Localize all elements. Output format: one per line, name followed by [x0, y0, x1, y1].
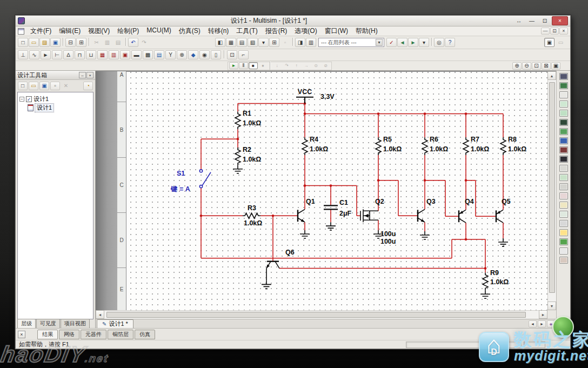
grapher-dropdown-icon[interactable]: ▾ [258, 38, 269, 47]
resistor-r4[interactable]: R4 1.0kΩ [302, 136, 328, 155]
mixed-group-icon[interactable]: ▥ [109, 50, 119, 59]
menu-item-6[interactable]: 转移(n) [204, 26, 233, 36]
spreadsheet-tab-0[interactable]: 结果 [37, 330, 58, 339]
function-generator-icon[interactable] [559, 82, 568, 89]
paste-icon[interactable]: ▤ [113, 38, 123, 47]
spectrum-analyzer-icon[interactable] [559, 183, 568, 190]
open-design-icon[interactable]: ▭ [29, 82, 38, 90]
spreadsheet-tab-1[interactable]: 网络 [59, 330, 79, 339]
toggle-spreadsheet-view-icon[interactable]: ▦ [226, 38, 236, 47]
menu-item-5[interactable]: 仿真(S) [175, 26, 204, 36]
vertical-scroll-thumb[interactable] [549, 82, 555, 293]
split-view-toggle-icon[interactable]: ▭ [556, 38, 566, 47]
postprocessor-icon[interactable]: ⊞ [269, 38, 279, 47]
spreadsheet-tab-2[interactable]: 元器件 [81, 330, 106, 339]
design-toolbox-header[interactable]: 设计工具箱 –× [16, 71, 95, 80]
connector-group-icon[interactable]: ◉ [199, 50, 210, 59]
schematic-canvas[interactable]: ABCDE [96, 71, 556, 319]
bode-plotter-icon[interactable] [559, 119, 568, 126]
resistor-r3[interactable]: R3 1.0kΩ [243, 204, 262, 227]
vertical-scrollbar[interactable]: ▲ ▼ [547, 71, 556, 310]
zoom-area-icon[interactable]: ⊡ [532, 62, 541, 70]
recent-clock-icon[interactable]: ◔ [83, 82, 93, 90]
delete-design-icon[interactable]: ✕ [61, 82, 71, 90]
mdi-close-icon[interactable]: × [559, 28, 568, 35]
schematic-view-toggle-icon[interactable]: ▣ [544, 38, 554, 47]
step-out-icon[interactable]: ↑ [292, 62, 301, 69]
switch-s1[interactable]: S1 键 = A [170, 170, 211, 193]
toolbox-tab-2[interactable]: 项目视图 [61, 319, 90, 328]
iv-analyzer-icon[interactable] [559, 165, 568, 172]
scroll-down-button[interactable]: ▼ [547, 302, 556, 310]
cut-icon[interactable]: ✂ [91, 38, 102, 47]
distortion-analyzer-icon[interactable] [559, 174, 568, 181]
rf-group-icon[interactable]: Y [165, 50, 176, 59]
transistor-q6[interactable]: Q6 [266, 249, 295, 281]
mdi-minimize-icon[interactable]: — [541, 28, 550, 35]
tree-checkbox-icon[interactable]: ✓ [26, 96, 32, 102]
print-icon[interactable]: ⊟ [65, 38, 76, 47]
copy-icon[interactable]: ▥ [102, 38, 112, 47]
annotate-dropdown-icon[interactable]: ▾ [419, 38, 429, 47]
misc-digital-group-icon[interactable]: ▦ [97, 50, 108, 59]
resistor-r7[interactable]: R7 1.0kΩ [463, 136, 489, 155]
source-group-icon[interactable]: ⊥ [18, 50, 28, 59]
chevron-down-icon[interactable]: ▾ [376, 39, 383, 46]
undo-icon[interactable]: ↶ [128, 38, 138, 47]
window-restore-icon[interactable]: ⊡ [539, 16, 551, 25]
close-design-icon[interactable]: ▫ [50, 82, 60, 90]
resistor-r6[interactable]: R6 1.0kΩ [422, 136, 448, 155]
tab-scroll-left-icon[interactable]: ◄ [529, 320, 537, 327]
menu-item-2[interactable]: 视图(V) [84, 26, 113, 36]
transistor-group-icon[interactable]: ⊢ [52, 50, 62, 59]
wires[interactable] [200, 102, 503, 272]
erc-check-icon[interactable]: ✓ [386, 38, 397, 47]
tree-expander-icon[interactable]: − [19, 97, 24, 102]
hierarchical-block-icon[interactable]: ⊡ [227, 50, 237, 59]
power-group-icon[interactable]: ▬ [131, 50, 142, 59]
zoom-fit-icon[interactable]: ⊠ [542, 62, 551, 70]
horizontal-scroll-thumb[interactable] [106, 312, 526, 318]
save-design-icon[interactable]: ▣ [39, 82, 49, 90]
menu-item-1[interactable]: 编辑(E) [55, 26, 84, 36]
analog-group-icon[interactable]: ∆ [63, 50, 74, 59]
agilent-function-generator-icon[interactable] [559, 202, 568, 209]
menu-item-8[interactable]: 报告(R) [262, 26, 291, 36]
spreadsheet-tab-4[interactable]: 仿真 [135, 330, 155, 339]
sheet-tab-design1[interactable]: ✎ 设计1 * [97, 319, 133, 328]
transistor-q4[interactable]: Q4 [459, 198, 474, 223]
ni-elvismx-icon[interactable] [559, 247, 568, 255]
labview-instrument-icon[interactable] [559, 238, 568, 245]
resistor-r1[interactable]: R1 1.0kΩ [235, 110, 261, 129]
menu-item-11[interactable]: 帮助(H) [352, 26, 382, 36]
redo-icon[interactable]: ↷ [139, 38, 149, 47]
new-design-icon[interactable]: □ [18, 82, 28, 90]
find-icon[interactable]: ◎ [434, 38, 444, 47]
help-icon[interactable]: ? [445, 38, 455, 47]
frequency-counter-icon[interactable] [559, 128, 568, 135]
symbol-editor-icon[interactable]: ◨ [295, 38, 305, 47]
transistor-q3[interactable]: Q3 [418, 198, 436, 222]
transistor-q1[interactable]: Q1 [298, 198, 315, 222]
power-vcc[interactable]: VCC 3.3V [296, 88, 335, 104]
oscilloscope-icon[interactable] [559, 101, 568, 108]
wattmeter-icon[interactable] [559, 91, 568, 98]
save-icon[interactable]: ▣ [50, 38, 61, 47]
logic-converter-icon[interactable] [559, 156, 568, 163]
menu-item-4[interactable]: MCU(M) [143, 26, 175, 36]
basic-group-icon[interactable]: ∿ [29, 50, 39, 59]
window-resize-icon[interactable]: ↔ [513, 16, 525, 25]
misc-group-icon[interactable]: ▩ [143, 50, 153, 59]
resistor-r8[interactable]: R8 1.0kΩ [500, 136, 526, 155]
horizontal-scrollbar[interactable]: ◄ ► [96, 310, 547, 319]
multimeter-icon[interactable] [559, 73, 568, 80]
menu-item-0[interactable]: 文件(F) [26, 26, 55, 36]
electromechanical-group-icon[interactable]: ⊗ [177, 50, 187, 59]
scroll-up-button[interactable]: ▲ [547, 71, 556, 80]
diode-group-icon[interactable]: ► [41, 50, 51, 59]
ttl-group-icon[interactable]: ⊓ [75, 50, 85, 59]
bus-icon[interactable]: ⌐ [238, 50, 249, 59]
indicator-group-icon[interactable]: ▣ [120, 50, 130, 59]
resistor-r9[interactable]: R9 1.0kΩ [483, 269, 509, 291]
tab-scroll-right-icon[interactable]: ► [538, 320, 546, 327]
